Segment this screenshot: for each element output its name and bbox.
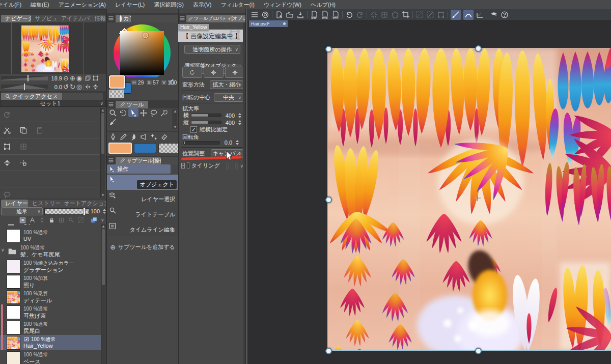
navigator-preview-well[interactable] xyxy=(0,22,106,74)
tool-property-menu-icon[interactable] xyxy=(179,15,185,21)
invert-selection-icon[interactable] xyxy=(426,11,434,19)
tool-brush[interactable] xyxy=(128,133,138,142)
rotation-center-select[interactable]: 中央∨ xyxy=(214,93,243,102)
tool-scrollbar[interactable]: ▲▼ xyxy=(173,109,177,129)
tool-decoration[interactable] xyxy=(149,133,159,142)
lock-transparent-icon[interactable] xyxy=(58,217,65,223)
layer-row-detail[interactable]: 100 %乗算ディテール xyxy=(0,289,101,305)
copy-icon[interactable] xyxy=(19,126,27,134)
tab-color-history[interactable] xyxy=(166,15,178,22)
crop-icon[interactable] xyxy=(402,11,410,19)
subtool-item-light-table[interactable]: ライトテーブル xyxy=(107,205,178,221)
menu-layer[interactable]: レイヤー(L) xyxy=(110,1,149,9)
color-panel-menu-icon[interactable] xyxy=(108,15,114,21)
scale-v-value[interactable]: 400 xyxy=(224,120,235,126)
menu-file[interactable]: ファイル(F) xyxy=(0,1,26,9)
ruler-icon[interactable] xyxy=(68,217,74,223)
zoom-100-button[interactable]: ◉ xyxy=(76,75,82,81)
flip-vertical-icon[interactable] xyxy=(92,83,99,90)
transform-method-select[interactable]: 拡大・縮小∨ xyxy=(210,80,243,89)
rotate-ccw-button[interactable]: ↺ xyxy=(63,83,69,90)
tiling-expander[interactable]: + xyxy=(181,163,185,169)
handle-top-left[interactable] xyxy=(325,46,332,52)
layer-row-folder-hair[interactable]: ∨ 100 %通常 髪、ケモ耳尻尾 xyxy=(0,243,101,259)
aspect-lock-checkbox[interactable]: ✓ xyxy=(190,126,197,133)
flip-horizontal-button[interactable] xyxy=(204,67,224,78)
tab-color-slider[interactable] xyxy=(131,15,143,22)
tiling-mode-2-icon[interactable] xyxy=(231,162,233,170)
opacity-slider[interactable] xyxy=(44,208,89,215)
selection-border-icon[interactable] xyxy=(437,11,445,19)
menu-selection[interactable]: 選択範囲(S) xyxy=(149,1,188,9)
subtool-group-operation[interactable]: 操作 xyxy=(107,164,171,174)
layer-row-base[interactable]: 100 %通常ベース xyxy=(0,350,101,364)
deselect-icon[interactable] xyxy=(415,11,424,19)
tab-item-bank[interactable]: アイテムバンク xyxy=(57,15,91,22)
export-psd-icon[interactable]: psd xyxy=(331,10,340,19)
tab-tool-property[interactable]: ツールプロパティ[オブジェクト] xyxy=(186,15,245,22)
menu-animation[interactable]: アニメーション(A) xyxy=(54,1,110,9)
scale-h-slider[interactable] xyxy=(191,114,221,117)
transparent-color-swatch[interactable] xyxy=(109,90,124,98)
main-color-swatch[interactable] xyxy=(109,75,125,89)
scale-v-slider[interactable] xyxy=(191,121,221,124)
flip-vertical-button[interactable] xyxy=(225,67,245,78)
move-point-icon[interactable] xyxy=(19,159,27,167)
handle-bottom-left[interactable] xyxy=(325,348,332,354)
subtool-item-object[interactable]: オブジェクト xyxy=(107,175,178,190)
academy-icon[interactable] xyxy=(490,11,498,19)
tab-color-circle[interactable]: カラ xyxy=(116,15,131,22)
tiling-mode-3-icon[interactable] xyxy=(235,162,238,170)
rotation-slider-handle[interactable] xyxy=(24,83,25,90)
handle-top-center[interactable] xyxy=(475,45,482,52)
flip-vertical-action-icon[interactable] xyxy=(3,159,11,167)
figure-icon[interactable] xyxy=(391,11,399,19)
tool-operation-selected[interactable] xyxy=(128,108,138,117)
tool-zoom[interactable] xyxy=(108,108,118,117)
tab-tool[interactable]: ツール xyxy=(116,101,148,108)
blend-mode-select[interactable]: 通常∨ xyxy=(1,207,43,215)
scale-h-spinner[interactable] xyxy=(238,113,241,118)
menu-edit[interactable]: 編集(E) xyxy=(26,1,54,9)
menu-help[interactable]: ヘルプ(H) xyxy=(306,1,340,9)
export-png-icon[interactable]: png xyxy=(321,10,329,19)
tab-navigator[interactable]: ナビゲーター xyxy=(1,15,31,22)
tool-airbrush[interactable] xyxy=(138,133,149,142)
lasso-action-icon[interactable] xyxy=(3,191,11,199)
scale-v-spinner[interactable] xyxy=(238,120,241,125)
layer-row-teri[interactable]: 100 %加算照り xyxy=(0,274,101,290)
quick-access-scrollbar[interactable]: ▲ ▼ xyxy=(100,108,105,198)
layer-row-hair-yellow[interactable]: 100 %通常 Hair_Yellow xyxy=(0,335,101,351)
tab-history[interactable]: ヒストリー xyxy=(28,200,60,207)
fill-icon[interactable] xyxy=(380,11,388,19)
tab-color-set[interactable] xyxy=(143,15,155,22)
tiling-mode-1-icon[interactable] xyxy=(226,162,229,170)
tab-info[interactable]: 情報 xyxy=(91,15,106,22)
tab-subtool-2[interactable] xyxy=(161,157,178,164)
tool-panel-menu-icon[interactable] xyxy=(108,101,114,107)
alpha-lock-icon[interactable] xyxy=(29,217,36,223)
snap-curve-icon[interactable] xyxy=(463,10,474,20)
menu-filter[interactable]: フィルター(I) xyxy=(216,1,259,9)
layer-mask-icon[interactable] xyxy=(77,217,84,223)
canvas-workspace[interactable]: Hair.psd* xyxy=(248,20,611,364)
cut-icon[interactable] xyxy=(3,126,11,134)
handle-bottom-center[interactable] xyxy=(475,348,482,354)
tool-selection[interactable] xyxy=(149,108,159,117)
menu-window[interactable]: ウィンドウ(W) xyxy=(259,1,306,9)
tab-subtool[interactable]: サブツール[操作] xyxy=(116,157,161,164)
rotate-reset-button[interactable]: ◎ xyxy=(76,83,82,90)
draft-icon[interactable] xyxy=(39,217,45,223)
tool-auto-select[interactable] xyxy=(159,108,169,117)
tab-auto-action[interactable]: オートアクション xyxy=(60,200,106,207)
tool-pencil[interactable] xyxy=(118,133,128,142)
snap-angle-icon[interactable] xyxy=(476,11,484,19)
tool-eyedropper[interactable] xyxy=(108,117,118,126)
combine-layers-icon[interactable] xyxy=(90,216,98,224)
flip-horizontal-icon[interactable] xyxy=(85,83,91,90)
tool-rotate-canvas[interactable] xyxy=(118,108,128,117)
rotation-angle-value[interactable]: 0.0 xyxy=(222,139,232,146)
sub-color-chip[interactable] xyxy=(134,143,156,153)
rotate-90-button[interactable] xyxy=(182,67,202,78)
csp-home-icon[interactable] xyxy=(261,11,269,19)
